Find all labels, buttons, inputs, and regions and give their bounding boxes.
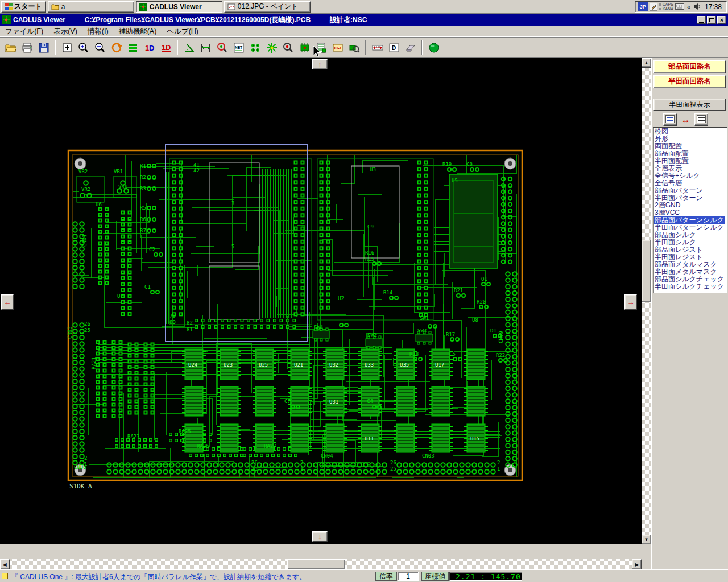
vertical-scrollbar[interactable]: ▲ ▼ [642, 58, 651, 544]
horizontal-scrollbar[interactable]: ◀ ▶ [0, 559, 642, 569]
ic-info-button[interactable]: IC-1 [329, 39, 346, 56]
svg-text:82: 82 [187, 320, 193, 326]
task-label: CADLUS Viewer [150, 3, 202, 11]
svg-text:NET: NET [235, 45, 242, 49]
net-list-button[interactable]: NET [230, 39, 247, 56]
vertical-scroll-thumb[interactable] [642, 240, 651, 302]
svg-text:U35: U35 [400, 362, 409, 368]
layer-lines-icon [127, 41, 139, 54]
measure-angle-button[interactable] [181, 39, 197, 56]
highlight-net-button[interactable] [263, 39, 280, 56]
parts-side-net-button[interactable]: 部品面回路名 [653, 60, 726, 73]
layer-list-icon[interactable] [663, 113, 677, 126]
svg-text:2: 2 [497, 460, 500, 465]
minimize-button[interactable] [697, 16, 706, 24]
menu-item-4[interactable]: ヘルプ(H) [162, 26, 204, 37]
ime-language-icon[interactable]: JP [638, 2, 648, 11]
svg-text:CN05: CN05 [67, 326, 73, 339]
svg-text:1: 1 [300, 466, 303, 472]
svg-text:CN03: CN03 [422, 453, 435, 459]
svg-text:U5: U5 [452, 178, 458, 184]
ime-pen-icon[interactable] [650, 3, 657, 11]
save-button[interactable] [35, 39, 52, 56]
menu-item-2[interactable]: 情報(I) [82, 26, 114, 37]
taskbar: スタート aCADLUS Viewer012.JPG - ペイント JP CAP… [0, 0, 728, 14]
svg-text:R20: R20 [477, 299, 486, 305]
close-button[interactable]: × [717, 16, 726, 24]
svg-text:U24: U24 [188, 362, 197, 368]
part-info-button[interactable] [296, 39, 313, 56]
pan-up-button[interactable]: ↑ [312, 59, 328, 69]
scale-input[interactable]: 1 [398, 572, 419, 581]
svg-text:RA23: RA23 [127, 434, 140, 439]
svg-text:R1: R1 [140, 163, 146, 169]
search-point-button[interactable] [280, 39, 296, 56]
menu-item-3[interactable]: 補助機能(A) [114, 26, 162, 37]
horizontal-scroll-thumb[interactable] [287, 559, 345, 569]
cadlus-one-button[interactable] [425, 39, 442, 56]
parts-list-button[interactable] [313, 39, 329, 56]
view-1d-a-button[interactable]: 1D [141, 39, 158, 56]
svg-text:2: 2 [300, 460, 303, 465]
svg-text:R21: R21 [454, 288, 463, 293]
measure-ruler-button[interactable] [369, 39, 386, 56]
layer-item-21[interactable]: 半田面シルクチェック [653, 283, 727, 290]
tray-chevron[interactable]: « [686, 3, 692, 10]
dimension-d-button[interactable]: D [386, 39, 402, 56]
pan-left-button[interactable]: ← [1, 294, 14, 310]
scroll-left-button[interactable]: ◀ [0, 559, 10, 569]
taskbar-task-2[interactable]: 012.JPG - ペイント [224, 1, 311, 13]
layer-lines-button[interactable] [125, 39, 141, 56]
toolbar-separator [55, 40, 56, 55]
ic-search-button[interactable] [346, 39, 362, 56]
search-parts-button[interactable] [214, 39, 230, 56]
pan-down-button[interactable]: ↓ [312, 531, 328, 542]
menu-item-0[interactable]: ファイル(F) [0, 26, 48, 37]
caps-kana-indicator: CAPS KANA [659, 2, 673, 11]
titlebar: CADLUS Viewer C:¥Program Files¥CADLUS Vi… [0, 14, 728, 26]
highlight-pads-icon [249, 41, 262, 54]
maximize-button[interactable] [707, 16, 716, 24]
eraser-button[interactable] [402, 39, 419, 56]
system-tray: JP CAPS KANA « 17:38 [635, 1, 727, 13]
svg-text:C7: C7 [284, 398, 291, 404]
start-button[interactable]: スタート [1, 1, 46, 13]
zoom-box-button[interactable] [59, 39, 75, 56]
pcb-canvas[interactable]: VR2VR1U24U23U25U21U32U33U35U17U31U11U15V… [0, 58, 642, 544]
svg-text:U23: U23 [224, 362, 233, 368]
svg-text:U25: U25 [259, 362, 268, 368]
menu-item-1[interactable]: 表示(V) [48, 26, 82, 37]
highlight-pads-button[interactable] [247, 39, 263, 56]
scroll-right-button[interactable]: ▶ [632, 559, 642, 569]
solder-view-button[interactable]: 半田面視表示 [653, 99, 726, 111]
screen: スタート aCADLUS Viewer012.JPG - ペイント JP CAP… [0, 0, 728, 582]
scroll-up-button[interactable]: ▲ [642, 58, 651, 68]
scroll-down-button[interactable]: ▼ [642, 535, 651, 544]
svg-text:R6: R6 [140, 217, 146, 222]
folder-icon [51, 3, 59, 11]
save-icon [38, 41, 50, 54]
taskbar-task-0[interactable]: a [48, 1, 134, 13]
toolbar: 1D1DNETIC-1D [0, 37, 728, 58]
keyboard-icon[interactable] [675, 3, 684, 10]
print-button[interactable] [19, 39, 35, 56]
layer-toolbar: ↔ [663, 113, 708, 126]
speaker-icon[interactable] [693, 3, 701, 10]
svg-text:U7: U7 [117, 293, 123, 299]
status-bar: 『 CADLUS One 』: 最大設計者6人までの「同時パラレル作業」で、設計… [0, 569, 728, 582]
redraw-button[interactable] [108, 39, 125, 56]
zoom-in-button[interactable] [75, 39, 92, 56]
svg-text:CN04: CN04 [321, 453, 333, 459]
zoom-out-button[interactable] [92, 39, 108, 56]
open-file-button[interactable] [2, 39, 19, 56]
swap-sides-icon[interactable]: ↔ [681, 115, 690, 124]
layer-list-icon-2[interactable] [694, 113, 708, 126]
svg-text:R16: R16 [365, 250, 374, 256]
zoom-out-icon [94, 41, 106, 54]
solder-side-net-button[interactable]: 半田面回路名 [653, 75, 726, 88]
svg-text:D: D [392, 45, 396, 51]
view-1d-b-button[interactable]: 1D [158, 39, 174, 56]
measure-caliper-button[interactable] [197, 39, 214, 56]
taskbar-task-1[interactable]: CADLUS Viewer [136, 1, 222, 13]
pan-right-button[interactable]: → [624, 294, 637, 310]
